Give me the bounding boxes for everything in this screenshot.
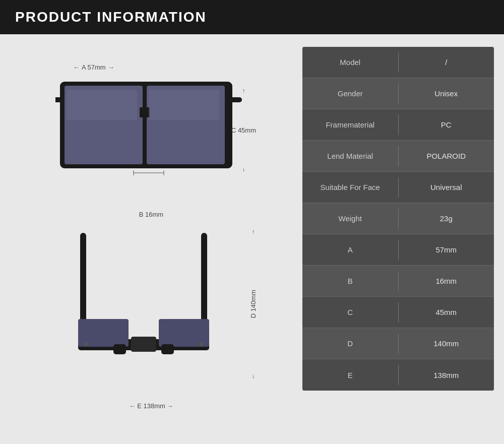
spec-label-2: Framematerial [302, 115, 398, 134]
spec-value-1: Unisex [399, 84, 494, 103]
spec-label-8: C [302, 303, 398, 322]
spec-row-2: FramematerialPC [302, 109, 494, 141]
spec-value-0: / [399, 53, 494, 72]
spec-value-4: Universal [399, 178, 494, 197]
spec-row-4: Suitable For FaceUniversal [302, 172, 494, 203]
spec-label-9: D [302, 334, 398, 353]
spec-row-8: C45mm [302, 297, 494, 328]
spec-row-10: E138mm [302, 359, 494, 391]
svg-rect-17 [113, 344, 126, 354]
page: PRODUCT INFORMATION ← A 57mm → [0, 0, 504, 444]
svg-point-20 [200, 342, 204, 346]
measurement-a-label: A 57mm [82, 64, 106, 71]
spec-value-3: POLAROID [399, 147, 494, 165]
top-glasses-diagram: ← A 57mm → [45, 59, 257, 221]
spec-row-5: Weight23g [302, 203, 494, 234]
spec-label-0: Model [302, 53, 398, 72]
glasses-top-svg [53, 226, 249, 382]
spec-row-0: Model/ [302, 47, 494, 78]
spec-label-5: Weight [302, 209, 398, 228]
spec-value-9: 140mm [399, 334, 494, 353]
glasses-front-svg [55, 75, 242, 185]
spec-label-6: A [302, 240, 398, 259]
page-title: PRODUCT INFORMATION [15, 9, 207, 25]
spec-row-3: Lend MaterialPOLAROID [302, 141, 494, 172]
spec-row-1: GenderUnisex [302, 78, 494, 109]
measurement-b-label: B 16mm [139, 211, 163, 218]
svg-rect-18 [161, 344, 174, 354]
svg-rect-7 [149, 90, 219, 120]
main-content: ← A 57mm → [0, 34, 504, 444]
spec-label-1: Gender [302, 84, 398, 103]
measurement-d-label: D 140mm [249, 290, 257, 318]
spec-value-2: PC [399, 115, 494, 134]
header: PRODUCT INFORMATION [0, 0, 504, 34]
spec-value-10: 138mm [399, 366, 494, 385]
svg-rect-16 [131, 337, 156, 352]
bottom-glasses-diagram: ↑ D 140mm ↓ ← E 138mm → [45, 221, 257, 412]
spec-row-9: D140mm [302, 328, 494, 359]
spec-label-3: Lend Material [302, 147, 398, 165]
svg-point-19 [84, 342, 88, 346]
spec-value-6: 57mm [399, 240, 494, 259]
spec-value-5: 23g [399, 209, 494, 228]
spec-label-4: Suitable For Face [302, 178, 398, 197]
spec-value-8: 45mm [399, 303, 494, 322]
specs-table: Model/GenderUnisexFramematerialPCLend Ma… [302, 47, 494, 391]
svg-rect-3 [140, 107, 150, 117]
measurement-c-label: C 45mm [231, 126, 256, 134]
measurement-e-label: E 138mm [137, 402, 165, 410]
spec-row-6: A57mm [302, 234, 494, 266]
spec-value-7: 16mm [399, 272, 494, 290]
left-panel: ← A 57mm → [10, 44, 292, 434]
spec-label-10: E [302, 366, 398, 385]
spec-label-7: B [302, 272, 398, 290]
svg-rect-6 [67, 90, 137, 120]
spec-row-7: B16mm [302, 266, 494, 297]
